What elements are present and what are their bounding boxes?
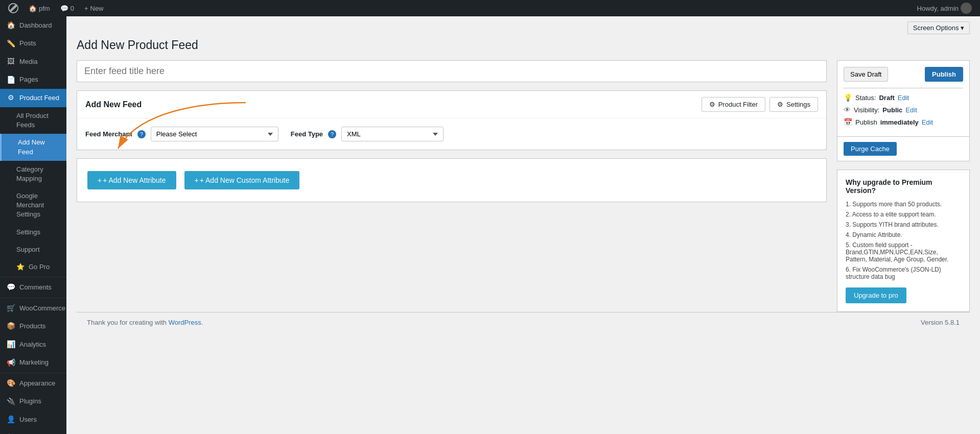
media-icon: 🖼	[6, 57, 15, 67]
sidebar-item-tools[interactable]: 🔧 Tools	[0, 429, 66, 434]
pages-icon: 📄	[6, 75, 15, 85]
comments-icon: 💬	[6, 282, 15, 293]
admin-user-greeting[interactable]: Howdy, admin	[913, 3, 976, 14]
merchant-label: Feed Merchant	[85, 130, 132, 138]
sidebar-item-appearance[interactable]: 🎨 Appearance	[0, 374, 66, 393]
admin-bar: 🏠 pfm 💬 0 + New Howdy, admin	[0, 0, 980, 16]
sidebar-item-google-merchant[interactable]: Google Merchant Settings	[0, 187, 66, 224]
dashboard-icon: 🏠	[6, 20, 15, 31]
sidebar-item-plugins[interactable]: 🔌 Plugins	[0, 393, 66, 411]
sidebar-label-settings: Settings	[16, 228, 40, 237]
sidebar-item-add-new-feed[interactable]: Add New Feed	[0, 134, 66, 160]
sidebar-item-support[interactable]: Support	[0, 241, 66, 258]
plus-icon-custom: +	[195, 176, 199, 184]
merchant-help-icon[interactable]: ?	[137, 130, 146, 138]
save-draft-button[interactable]: Save Draft	[844, 67, 888, 82]
wp-footer: Thank you for creating with WordPress. V…	[77, 312, 970, 332]
publish-button[interactable]: Publish	[925, 67, 963, 82]
sidebar-label-google-merchant: Google Merchant Settings	[16, 191, 60, 220]
sidebar-item-category-mapping[interactable]: Category Mapping	[0, 161, 66, 187]
sidebar-item-users[interactable]: 👤 Users	[0, 411, 66, 429]
upgrade-list: 1. Supports more than 50 products. 2. Ac…	[846, 201, 961, 280]
sidebar-item-media[interactable]: 🖼 Media	[0, 53, 66, 71]
sidebar-item-pages[interactable]: 📄 Pages	[0, 71, 66, 89]
plus-icon-attr: +	[98, 176, 102, 184]
comment-icon: 💬	[60, 5, 68, 12]
publish-value: immediately	[880, 118, 919, 126]
status-value: Draft	[879, 94, 894, 102]
sidebar: 🏠 Dashboard ✏️ Posts 🖼 Media 📄 Pages ⚙ P…	[0, 16, 66, 434]
site-icon: 🏠	[29, 5, 37, 12]
sidebar-item-settings[interactable]: Settings	[0, 224, 66, 241]
visibility-edit-link[interactable]: Edit	[905, 106, 917, 114]
sidebar-label-pages: Pages	[19, 75, 38, 84]
sidebar-item-posts[interactable]: ✏️ Posts	[0, 35, 66, 53]
sidebar-label-marketing: Marketing	[19, 358, 49, 367]
feed-type-help-icon[interactable]: ?	[328, 130, 336, 138]
publish-label: Publish	[855, 118, 877, 126]
purge-cache-button[interactable]: Purge Cache	[844, 142, 897, 156]
wordpress-link[interactable]: WordPress	[169, 319, 201, 326]
sidebar-label-support: Support	[16, 245, 40, 254]
plus-icon: +	[84, 5, 88, 12]
sidebar-item-all-product-feeds[interactable]: All Product Feeds	[0, 107, 66, 134]
sidebar-label-category-mapping: Category Mapping	[16, 165, 60, 183]
feed-card-title: Add New Feed	[85, 100, 142, 109]
sidebar-item-go-pro[interactable]: ⭐ Go Pro	[0, 258, 66, 276]
status-label: Status:	[855, 94, 876, 102]
sidebar-label-plugins: Plugins	[19, 397, 41, 406]
upgrade-item-5: 5. Custom field support - Brand,GTIN,MPN…	[846, 242, 961, 263]
sidebar-label-dashboard: Dashboard	[19, 21, 52, 30]
right-sidebar: Save Draft Publish 💡 Status: Draft Edit	[837, 60, 970, 312]
sidebar-item-marketing[interactable]: 📢 Marketing	[0, 354, 66, 372]
attribute-area: + + Add New Attribute + + Add New Custom…	[77, 158, 827, 202]
sidebar-item-comments[interactable]: 💬 Comments	[0, 278, 66, 297]
sidebar-label-add-new-feed: Add New Feed	[18, 138, 60, 156]
analytics-icon: 📊	[6, 340, 15, 350]
sidebar-item-dashboard[interactable]: 🏠 Dashboard	[0, 16, 66, 35]
version-text: Version 5.8.1	[921, 319, 960, 326]
merchant-select[interactable]: Please Select	[151, 127, 278, 141]
status-icon: 💡	[844, 93, 852, 102]
feed-title-input[interactable]	[77, 60, 827, 82]
sidebar-item-analytics[interactable]: 📊 Analytics	[0, 335, 66, 354]
product-feed-icon: ⚙	[6, 93, 15, 103]
sidebar-label-posts: Posts	[19, 39, 36, 48]
admin-bar-site[interactable]: 🏠 pfm	[25, 0, 54, 16]
feed-type-select[interactable]: XML	[341, 127, 444, 141]
sidebar-label-go-pro: Go Pro	[29, 262, 50, 272]
appearance-icon: 🎨	[6, 378, 15, 389]
sidebar-label-all-feeds: All Product Feeds	[16, 111, 60, 130]
users-icon: 👤	[6, 415, 15, 425]
footer-text: Thank you for creating with WordPress.	[87, 319, 203, 326]
filter-icon: ⚙	[709, 101, 715, 108]
visibility-value: Public	[882, 106, 902, 114]
woocommerce-icon: 🛒	[6, 303, 15, 314]
publish-schedule-icon: 📅	[844, 118, 852, 126]
sidebar-item-product-feed[interactable]: ⚙ Product Feed	[0, 89, 66, 107]
upgrade-to-pro-button[interactable]: Upgrade to pro	[846, 287, 906, 303]
sidebar-item-woocommerce[interactable]: 🛒 WooCommerce	[0, 299, 66, 318]
add-attribute-button[interactable]: + + Add New Attribute	[87, 171, 176, 189]
page-title: Add New Product Feed	[77, 38, 970, 52]
settings-gear-icon: ⚙	[777, 101, 783, 108]
visibility-icon: 👁	[844, 106, 851, 114]
screen-options-button[interactable]: Screen Options ▾	[907, 21, 970, 34]
sidebar-label-users: Users	[19, 415, 37, 424]
sidebar-item-products[interactable]: 📦 Products	[0, 317, 66, 335]
upgrade-item-2: 2. Access to a elite support team.	[846, 211, 961, 218]
feed-card: Add New Feed ⚙ Product Filter ⚙ Settings	[77, 90, 827, 150]
sidebar-label-media: Media	[19, 57, 37, 66]
admin-bar-wp-logo[interactable]	[4, 0, 22, 16]
admin-bar-new[interactable]: + New	[80, 0, 108, 16]
product-filter-button[interactable]: ⚙ Product Filter	[702, 97, 765, 112]
add-custom-attribute-button[interactable]: + + Add New Custom Attribute	[184, 171, 300, 189]
settings-button[interactable]: ⚙ Settings	[769, 97, 818, 112]
status-edit-link[interactable]: Edit	[898, 94, 909, 102]
upgrade-item-4: 4. Dynamic Attribute.	[846, 231, 961, 238]
admin-bar-comments[interactable]: 💬 0	[56, 0, 78, 16]
main-content: Screen Options ▾ Add New Product Feed Ad…	[66, 16, 980, 434]
posts-icon: ✏️	[6, 39, 15, 49]
upgrade-title: Why upgrade to Premium Version?	[846, 178, 961, 195]
publish-edit-link[interactable]: Edit	[922, 118, 933, 126]
